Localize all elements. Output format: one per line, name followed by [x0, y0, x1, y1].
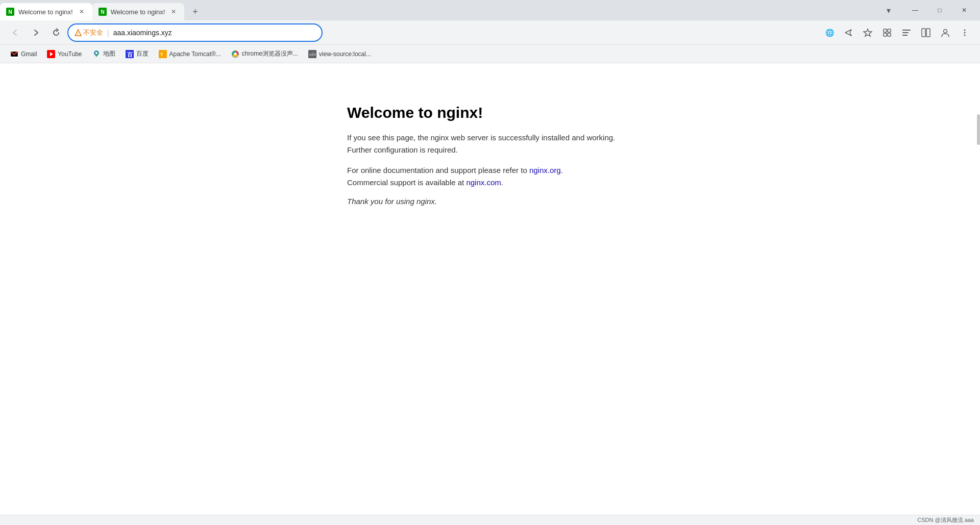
- youtube-favicon: [47, 50, 55, 58]
- bookmark-youtube[interactable]: YouTube: [43, 48, 86, 60]
- close-button[interactable]: ✕: [952, 2, 976, 18]
- bookmark-gmail[interactable]: Gmail: [6, 48, 41, 60]
- maximize-button[interactable]: □: [928, 2, 951, 18]
- paragraph-2: For online documentation and support ple…: [347, 164, 633, 189]
- svg-marker-6: [864, 29, 872, 36]
- nginx-content: Welcome to nginx! If you see this page, …: [337, 94, 643, 216]
- menu-icon: [960, 28, 969, 37]
- menu-button[interactable]: [955, 23, 974, 42]
- svg-text:🌐: 🌐: [825, 29, 834, 37]
- forward-icon: [31, 28, 40, 37]
- page-title: Welcome to nginx!: [347, 104, 633, 121]
- translate-icon: 🌐: [824, 28, 834, 38]
- bookmark-gmail-label: Gmail: [21, 51, 37, 58]
- back-button[interactable]: [6, 23, 24, 42]
- para3-prefix: Commercial support is available at: [347, 178, 466, 187]
- profile-icon: [941, 28, 950, 37]
- svg-text:</>: </>: [309, 52, 316, 57]
- bookmarks-bar: Gmail YouTube 地图 百 百度 T Apache Tomcat®..…: [0, 45, 980, 63]
- page-content: Welcome to nginx! If you see this page, …: [0, 63, 980, 515]
- bookmark-maps-label: 地图: [103, 49, 115, 58]
- toolbar-actions: 🌐: [820, 23, 974, 42]
- svg-text:T: T: [160, 52, 163, 57]
- tab-close-2[interactable]: ✕: [169, 7, 178, 16]
- share-icon: [844, 28, 853, 37]
- svg-rect-14: [922, 29, 925, 37]
- tab-search-icon: [902, 28, 911, 37]
- bookmark-chrome-issue-label: chrome浏览器没声...: [242, 49, 298, 58]
- svg-point-18: [964, 32, 966, 33]
- toolbar: ! 不安全 | 🌐: [0, 20, 980, 45]
- address-bar[interactable]: ! 不安全 |: [67, 23, 323, 42]
- bookmark-tomcat-label: Apache Tomcat®...: [169, 51, 221, 58]
- share-button[interactable]: [839, 23, 857, 42]
- tab-1[interactable]: N Welcome to nginx! ✕: [0, 3, 92, 20]
- bookmark-view-source-label: view-source:local...: [319, 51, 371, 58]
- tab-list-button[interactable]: ▾: [880, 2, 897, 19]
- para3-suffix: .: [501, 178, 503, 187]
- svg-rect-8: [888, 29, 891, 32]
- bookmark-tomcat[interactable]: T Apache Tomcat®...: [155, 48, 225, 60]
- warning-icon: !: [75, 29, 82, 36]
- svg-text:!: !: [78, 32, 79, 35]
- bookmark-view-source[interactable]: </> view-source:local...: [304, 48, 375, 60]
- not-secure-label: 不安全: [83, 28, 103, 37]
- code-favicon: </>: [308, 50, 316, 58]
- nginx-com-link[interactable]: nginx.com: [466, 178, 501, 187]
- reload-button[interactable]: [47, 23, 65, 42]
- svg-point-16: [944, 29, 947, 33]
- split-button[interactable]: [917, 23, 935, 42]
- address-input[interactable]: [113, 29, 315, 37]
- svg-rect-11: [902, 30, 911, 31]
- tab-title-1: Welcome to nginx!: [18, 8, 73, 16]
- svg-text:N: N: [8, 9, 12, 15]
- svg-point-24: [95, 52, 97, 54]
- tab-favicon-2: N: [99, 8, 107, 16]
- extensions-button[interactable]: [878, 23, 896, 42]
- tomcat-favicon: T: [159, 50, 167, 58]
- svg-text:百: 百: [127, 52, 133, 58]
- bookmark-youtube-label: YouTube: [58, 51, 82, 58]
- window-controls: — □ ✕: [899, 0, 980, 20]
- split-icon: [921, 28, 930, 37]
- minimize-button[interactable]: —: [903, 2, 927, 18]
- scrollbar[interactable]: [977, 114, 980, 145]
- back-icon: [11, 28, 20, 37]
- paragraph-4: Thank you for using nginx.: [347, 197, 633, 206]
- security-warning: ! 不安全: [75, 28, 103, 37]
- svg-rect-13: [902, 35, 908, 36]
- bookmark-baidu-label: 百度: [136, 49, 149, 58]
- para2-prefix: For online documentation and support ple…: [347, 166, 529, 174]
- svg-text:N: N: [101, 9, 104, 15]
- tab-close-1[interactable]: ✕: [77, 7, 86, 16]
- bookmark-chrome-issue[interactable]: chrome浏览器没声...: [227, 47, 302, 60]
- tab-favicon-1: N: [6, 8, 14, 16]
- title-bar: N Welcome to nginx! ✕ N Welcome to nginx…: [0, 0, 980, 20]
- profile-button[interactable]: [936, 23, 954, 42]
- svg-rect-15: [926, 29, 930, 37]
- tab-2[interactable]: N Welcome to nginx! ✕: [92, 3, 185, 20]
- paragraph-1: If you see this page, the nginx web serv…: [347, 132, 633, 156]
- translate-button[interactable]: 🌐: [820, 23, 838, 42]
- browser-window: N Welcome to nginx! ✕ N Welcome to nginx…: [0, 0, 980, 525]
- star-icon: [863, 28, 872, 37]
- svg-rect-9: [884, 33, 887, 36]
- para2-suffix: .: [561, 166, 563, 174]
- svg-rect-12: [902, 32, 909, 33]
- svg-point-19: [964, 34, 966, 36]
- tab-search-button[interactable]: [897, 23, 916, 42]
- tab-title-2: Welcome to nginx!: [111, 8, 165, 16]
- chrome-favicon: [231, 50, 239, 58]
- bookmark-baidu[interactable]: 百 百度: [121, 47, 153, 60]
- svg-point-17: [964, 29, 966, 31]
- svg-rect-7: [884, 29, 887, 32]
- puzzle-icon: [883, 28, 892, 37]
- nginx-org-link[interactable]: nginx.org: [529, 166, 561, 174]
- status-text: CSDN @清风微流 aaa: [917, 516, 974, 524]
- bookmark-maps[interactable]: 地图: [88, 47, 119, 60]
- forward-button[interactable]: [27, 23, 45, 42]
- svg-rect-10: [888, 33, 891, 36]
- new-tab-button[interactable]: +: [186, 3, 204, 20]
- bookmark-button[interactable]: [859, 23, 877, 42]
- gmail-favicon: [10, 50, 18, 58]
